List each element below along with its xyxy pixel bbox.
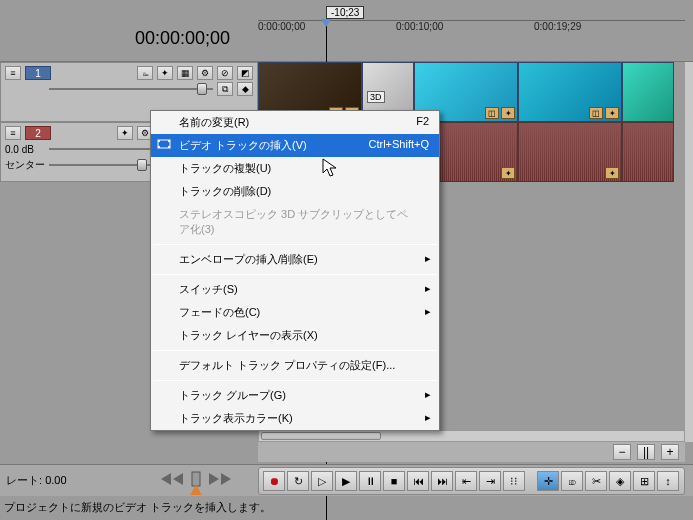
shortcut-label: Ctrl+Shift+Q xyxy=(368,138,429,150)
rate-value: 0.00 xyxy=(45,474,66,486)
stop-button[interactable]: ■ xyxy=(383,471,405,491)
ruler-tick: 0:00:10;00 xyxy=(396,21,443,32)
expand-icon[interactable]: ≡ xyxy=(5,66,21,80)
menu-separator xyxy=(153,274,437,275)
audio-track-number: 2 xyxy=(25,126,51,140)
pan-label: センター xyxy=(5,158,45,172)
loop-button[interactable]: ↻ xyxy=(287,471,309,491)
menu-envelope[interactable]: エンベロープの挿入/削除(E)▸ xyxy=(151,248,439,271)
mute-button[interactable]: ⊘ xyxy=(217,66,233,80)
motion-button[interactable]: ⧉ xyxy=(217,82,233,96)
menu-separator xyxy=(153,350,437,351)
submenu-arrow-icon: ▸ xyxy=(425,282,431,295)
menu-fade-color[interactable]: フェードの色(C)▸ xyxy=(151,301,439,324)
menu-separator xyxy=(153,380,437,381)
play-from-start-button[interactable]: ▷ xyxy=(311,471,333,491)
selection-tool[interactable]: ◈ xyxy=(609,471,631,491)
video-track-number: 1 xyxy=(25,66,51,80)
svg-rect-1 xyxy=(158,140,160,142)
split-tool[interactable]: ✂ xyxy=(585,471,607,491)
marker-label[interactable]: -10;23 xyxy=(326,6,364,19)
transport-bar: ⏺ ↻ ▷ ▶ ⏸ ■ ⏮ ⏭ ⇤ ⇥ ⁝⁝ ✛ ⎄ ✂ ◈ ⊞ ↕ xyxy=(258,467,685,495)
ruler-tick: 0:00:00;00 xyxy=(258,21,305,32)
menu-track-color[interactable]: トラック表示カラー(K)▸ xyxy=(151,407,439,430)
menu-insert-video-track[interactable]: ビデオ トラックの挿入(V)Ctrl+Shift+Q xyxy=(151,134,439,157)
vertical-scrollbar[interactable] xyxy=(685,62,693,442)
menu-duplicate-track[interactable]: トラックの複製(U) xyxy=(151,157,439,180)
rate-label: レート: xyxy=(6,474,42,486)
zoom-scrub-button[interactable]: || xyxy=(637,444,655,460)
normal-edit-tool[interactable]: ✛ xyxy=(537,471,559,491)
svg-rect-5 xyxy=(192,472,200,486)
menu-default-props[interactable]: デフォルト トラック プロパティの設定(F)... xyxy=(151,354,439,377)
zoom-in-button[interactable]: + xyxy=(661,444,679,460)
go-start-button[interactable]: ⏮ xyxy=(407,471,429,491)
playback-rate: レート: 0.00 xyxy=(6,473,67,488)
gear-icon[interactable]: ⚙ xyxy=(197,66,213,80)
go-end-button[interactable]: ⏭ xyxy=(431,471,453,491)
fx-icon[interactable]: ✦ xyxy=(501,107,515,119)
expand-icon[interactable]: ≡ xyxy=(5,126,21,140)
menu-layer-display[interactable]: トラック レイヤーの表示(X) xyxy=(151,324,439,347)
crop-icon[interactable]: ◫ xyxy=(485,107,499,119)
menu-track-group[interactable]: トラック グループ(G)▸ xyxy=(151,384,439,407)
clip-3d-badge: 3D xyxy=(367,91,385,103)
ruler-tick: 0:00:19;29 xyxy=(534,21,581,32)
horizontal-scrollbar[interactable] xyxy=(258,430,685,442)
compositing-button[interactable]: ▦ xyxy=(177,66,193,80)
svg-rect-2 xyxy=(158,146,160,148)
submenu-arrow-icon: ▸ xyxy=(425,411,431,424)
submenu-arrow-icon: ▸ xyxy=(425,388,431,401)
pause-button[interactable]: ⏸ xyxy=(359,471,381,491)
status-bar: プロジェクトに新規のビデオ トラックを挿入します。 xyxy=(4,500,271,515)
volume-label: 0.0 dB xyxy=(5,144,45,155)
zoom-controls: − || + xyxy=(258,442,685,462)
menu-switch[interactable]: スイッチ(S)▸ xyxy=(151,278,439,301)
prev-frame-button[interactable]: ⇤ xyxy=(455,471,477,491)
audio-clip[interactable] xyxy=(622,122,674,182)
svg-rect-4 xyxy=(168,146,170,148)
options-button[interactable]: ⁝⁝ xyxy=(503,471,525,491)
menu-stereo-3d-pair: ステレオスコピック 3D サブクリップとしてペア化(3) xyxy=(151,203,439,241)
marker-bar[interactable]: -10;23 xyxy=(258,6,685,20)
video-clip[interactable]: ◫✦ xyxy=(518,62,622,122)
fx-icon[interactable]: ✦ xyxy=(501,167,515,179)
crop-icon[interactable]: ◫ xyxy=(589,107,603,119)
filmstrip-icon xyxy=(157,137,171,151)
menu-rename[interactable]: 名前の変更(R)F2 xyxy=(151,111,439,134)
timeline-ruler[interactable]: 0:00:00;00 0:00:10;00 0:00:19;29 xyxy=(258,20,685,60)
track-context-menu: 名前の変更(R)F2 ビデオ トラックの挿入(V)Ctrl+Shift+Q トラ… xyxy=(150,110,440,431)
zoom-out-button[interactable]: − xyxy=(613,444,631,460)
zoom-tool[interactable]: ⊞ xyxy=(633,471,655,491)
submenu-arrow-icon: ▸ xyxy=(425,252,431,265)
fx-icon[interactable]: ✦ xyxy=(605,167,619,179)
play-button[interactable]: ▶ xyxy=(335,471,357,491)
opacity-slider[interactable] xyxy=(49,88,213,90)
shuttle-control[interactable] xyxy=(156,467,236,491)
svg-rect-3 xyxy=(168,140,170,142)
envelope-tool[interactable]: ⎄ xyxy=(561,471,583,491)
shortcut-label: F2 xyxy=(416,115,429,127)
fx-button[interactable]: ✦ xyxy=(117,126,133,140)
video-clip[interactable] xyxy=(622,62,674,122)
menu-separator xyxy=(153,244,437,245)
next-frame-button[interactable]: ⇥ xyxy=(479,471,501,491)
menu-delete-track[interactable]: トラックの削除(D) xyxy=(151,180,439,203)
keyframe-button[interactable]: ◆ xyxy=(237,82,253,96)
shuffle-tool[interactable]: ↕ xyxy=(657,471,679,491)
submenu-arrow-icon: ▸ xyxy=(425,305,431,318)
fx-icon[interactable]: ✦ xyxy=(605,107,619,119)
record-button[interactable]: ⏺ xyxy=(263,471,285,491)
fx-button[interactable]: ⎁ xyxy=(137,66,153,80)
solo-button[interactable]: ◩ xyxy=(237,66,253,80)
audio-clip[interactable]: ✦ xyxy=(518,122,622,182)
automation-button[interactable]: ✦ xyxy=(157,66,173,80)
timecode-display: 00:00:00;00 xyxy=(135,28,230,49)
